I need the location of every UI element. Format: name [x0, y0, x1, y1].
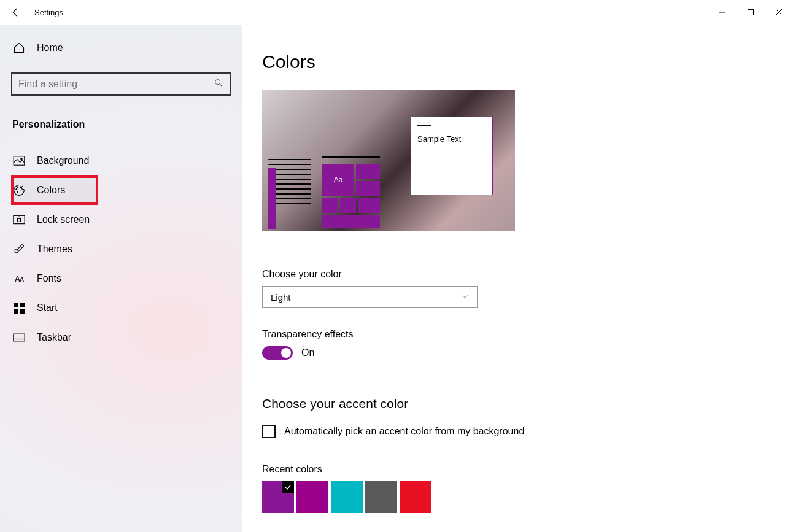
recent-color-swatch[interactable] [331, 481, 363, 513]
preview-sample-text: Sample Text [417, 134, 486, 144]
color-preview-card: Aa Sample Text [262, 90, 515, 231]
svg-point-10 [20, 187, 21, 188]
recent-color-swatch[interactable] [400, 481, 431, 513]
svg-rect-18 [20, 309, 25, 314]
search-box[interactable] [11, 72, 231, 96]
preview-tile-aa: Aa [322, 164, 354, 196]
auto-accent-checkbox[interactable] [262, 425, 276, 438]
search-icon [214, 78, 223, 90]
transparency-label: Transparency effects [262, 329, 768, 340]
svg-rect-19 [14, 334, 25, 341]
svg-rect-15 [14, 303, 18, 307]
minimize-button[interactable] [708, 2, 737, 22]
svg-point-7 [21, 158, 22, 160]
svg-rect-16 [20, 303, 25, 307]
accent-heading: Choose your accent color [262, 396, 768, 411]
page-title: Colors [262, 52, 768, 72]
back-button[interactable] [7, 4, 23, 20]
svg-rect-1 [748, 10, 754, 15]
close-button[interactable] [765, 2, 793, 22]
preview-sample-window: Sample Text [411, 117, 493, 195]
search-input[interactable] [18, 79, 214, 90]
window-title: Settings [34, 8, 63, 17]
preview-tiles: Aa [322, 156, 380, 229]
transparency-toggle[interactable] [262, 346, 293, 360]
sidebar-item-label: Start [37, 303, 58, 314]
sidebar-item-label: Colors [37, 185, 65, 196]
choose-color-label: Choose your color [262, 269, 768, 280]
titlebar: Settings [0, 0, 793, 25]
svg-point-11 [17, 192, 18, 193]
preview-accent-bar [268, 168, 276, 229]
fonts-icon: AA [12, 274, 26, 283]
preview-start-list [268, 155, 311, 229]
sidebar-item-label: Background [37, 155, 89, 166]
choose-color-value: Light [271, 292, 291, 303]
recent-colors-row [262, 481, 768, 513]
home-link[interactable]: Home [11, 37, 231, 60]
svg-point-4 [215, 80, 220, 85]
recent-color-swatch[interactable] [365, 481, 397, 513]
sidebar-item-colors[interactable]: Colors [11, 175, 98, 205]
transparency-state: On [301, 347, 314, 358]
choose-color-select[interactable]: Light [262, 286, 478, 308]
svg-point-9 [17, 187, 18, 188]
sidebar: Home Personalization Background Colors [0, 25, 242, 532]
chevron-down-icon [461, 292, 470, 303]
svg-line-5 [220, 84, 222, 87]
recent-colors-label: Recent colors [262, 464, 768, 475]
sidebar-item-start[interactable]: Start [11, 293, 231, 323]
svg-point-8 [16, 189, 17, 190]
themes-icon [12, 243, 26, 255]
svg-rect-17 [14, 309, 18, 314]
sidebar-item-label: Lock screen [37, 214, 90, 225]
svg-rect-14 [15, 250, 18, 253]
picture-icon [12, 156, 26, 166]
lock-screen-icon [12, 215, 26, 225]
content-area: Colors Aa Sample Text Choose your color [242, 25, 793, 532]
sidebar-item-background[interactable]: Background [11, 146, 231, 175]
recent-color-swatch[interactable] [296, 481, 328, 513]
sidebar-item-fonts[interactable]: AA Fonts [11, 264, 231, 293]
sidebar-item-themes[interactable]: Themes [11, 234, 231, 264]
svg-rect-13 [18, 218, 21, 222]
category-title: Personalization [12, 119, 231, 130]
taskbar-icon [12, 333, 26, 342]
auto-accent-label: Automatically pick an accent color from … [284, 426, 524, 437]
start-icon [12, 303, 26, 314]
check-icon [282, 481, 294, 493]
sidebar-item-label: Themes [37, 244, 72, 255]
sidebar-item-lock-screen[interactable]: Lock screen [11, 205, 231, 234]
sidebar-item-taskbar[interactable]: Taskbar [11, 323, 231, 352]
window-controls [708, 2, 793, 22]
maximize-button[interactable] [737, 2, 765, 22]
sidebar-item-label: Taskbar [37, 332, 71, 343]
palette-icon [12, 184, 26, 196]
recent-color-swatch[interactable] [262, 481, 294, 513]
sidebar-item-label: Fonts [37, 273, 61, 284]
home-icon [12, 42, 26, 54]
home-label: Home [37, 42, 63, 53]
